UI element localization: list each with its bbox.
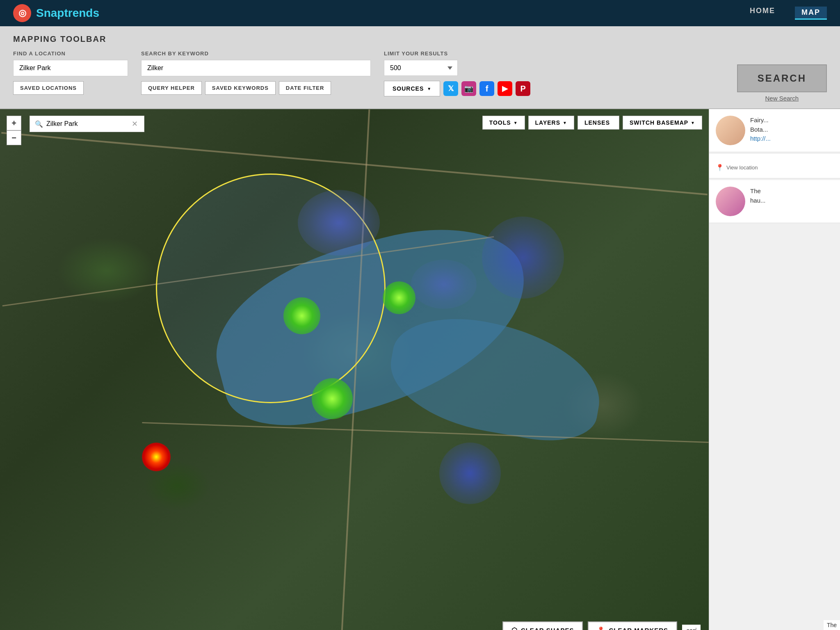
limit-label: LIMIT YOUR RESULTS xyxy=(384,50,530,57)
sidebar-card-3-content: Thehau... xyxy=(716,187,833,216)
search-keyword-group: SEARCH BY KEYWORD QUERY HELPER SAVED KEY… xyxy=(141,50,371,95)
mapping-toolbar: MAPPING TOOLBAR FIND A LOCATION SAVED LO… xyxy=(0,26,840,109)
sidebar-card-2: 📍 View location xyxy=(709,154,840,178)
esri-logo: esri xyxy=(682,625,701,630)
map-toolbar: 🔍 ✕ TOOLS LAYERS LENSES SWITCH BASEMAP xyxy=(0,116,709,132)
new-search-link[interactable]: New Search xyxy=(765,95,799,102)
query-helper-button[interactable]: QUERY HELPER xyxy=(141,81,202,95)
sidebar-card-text-3: Thehau... xyxy=(750,187,833,205)
map-road-4 xyxy=(142,422,709,443)
nav-link-map[interactable]: MAP xyxy=(795,7,827,20)
nav-links: HOME MAP xyxy=(750,7,827,20)
pinterest-icon[interactable]: P xyxy=(516,81,530,96)
toolbar-title: MAPPING TOOLBAR xyxy=(13,34,827,44)
card-3-text: Thehau... xyxy=(750,187,766,204)
clear-shapes-icon: ⬡ xyxy=(511,626,518,630)
map-road-1 xyxy=(1,132,708,196)
switch-basemap-button[interactable]: SWITCH BASEMAP xyxy=(623,116,702,130)
density-dot-2 xyxy=(383,281,415,314)
logo-text: Snaptrends xyxy=(36,7,99,20)
density-dot-3 xyxy=(312,378,353,419)
lenses-button[interactable]: LENSES xyxy=(578,116,619,130)
date-filter-button[interactable]: DATE FILTER xyxy=(279,81,331,95)
tools-label: TOOLS xyxy=(489,119,511,126)
logo: ◎ Snaptrends xyxy=(13,4,99,22)
layers-label: LAYERS xyxy=(535,119,561,126)
heatmap-cluster-3 xyxy=(482,217,564,299)
main-content: + − 🔍 ✕ TOOLS LAYERS xyxy=(0,109,840,630)
sidebar-card-text-1: Fairy...Bota...http://... xyxy=(750,116,833,144)
map-search-input[interactable] xyxy=(46,120,128,128)
keyword-buttons: QUERY HELPER SAVED KEYWORDS DATE FILTER xyxy=(141,81,371,95)
heatmap-cluster-4 xyxy=(439,443,501,504)
nav-link-home[interactable]: HOME xyxy=(750,7,775,20)
layers-button[interactable]: LAYERS xyxy=(528,116,574,130)
hotspot-red xyxy=(142,443,171,471)
map-search-container: 🔍 ✕ xyxy=(30,116,144,132)
sidebar-card-3: Thehau... xyxy=(709,180,840,223)
saved-locations-button[interactable]: SAVED LOCATIONS xyxy=(13,81,84,95)
sidebar-card-1-content: Fairy...Bota...http://... xyxy=(716,116,833,145)
map-controls-right: TOOLS LAYERS LENSES SWITCH BASEMAP xyxy=(482,116,702,130)
facebook-icon[interactable]: f xyxy=(479,81,494,96)
limit-select[interactable]: 100 250 500 1000 2500 xyxy=(384,60,458,76)
top-navigation: ◎ Snaptrends HOME MAP xyxy=(0,0,840,26)
find-location-input[interactable] xyxy=(13,60,128,76)
logo-icon: ◎ xyxy=(13,4,31,22)
map-search-icon: 🔍 xyxy=(35,120,43,128)
find-location-label: FIND A LOCATION xyxy=(13,50,128,57)
tools-button[interactable]: TOOLS xyxy=(482,116,525,130)
map-bottom-buttons: ⬡ CLEAR SHAPES 📍 CLEAR MARKERS esri xyxy=(502,621,701,630)
clear-shapes-button[interactable]: ⬡ CLEAR SHAPES xyxy=(502,621,583,630)
instagram-icon[interactable]: 📷 xyxy=(461,81,476,96)
heatmap-cluster-1 xyxy=(298,190,380,256)
youtube-icon[interactable]: ▶ xyxy=(498,81,512,96)
clear-shapes-label: CLEAR SHAPES xyxy=(521,627,574,630)
toolbar-row: FIND A LOCATION SAVED LOCATIONS SEARCH B… xyxy=(13,50,827,102)
zoom-out-button[interactable]: − xyxy=(7,130,21,145)
switch-basemap-label: SWITCH BASEMAP xyxy=(630,119,688,126)
limit-results-group: LIMIT YOUR RESULTS 100 250 500 1000 2500… xyxy=(384,50,530,96)
find-location-group: FIND A LOCATION SAVED LOCATIONS xyxy=(13,50,128,95)
clear-markers-button[interactable]: 📍 CLEAR MARKERS xyxy=(588,621,677,630)
bottom-hint: The xyxy=(824,620,840,630)
social-icons: 𝕏 📷 f ▶ P xyxy=(443,81,530,96)
sources-row: SOURCES 𝕏 📷 f ▶ P xyxy=(384,81,530,96)
heatmap-cluster-2 xyxy=(411,260,477,309)
right-sidebar: Fairy...Bota...http://... 📍 View locatio… xyxy=(709,109,840,630)
view-location-text: View location xyxy=(726,164,758,171)
avatar-1 xyxy=(716,116,745,145)
saved-keywords-button[interactable]: SAVED KEYWORDS xyxy=(205,81,276,95)
map-river-2 xyxy=(382,307,610,450)
limit-select-row: 100 250 500 1000 2500 xyxy=(384,60,530,76)
search-group: SEARCH New Search xyxy=(737,50,827,102)
keyword-input[interactable] xyxy=(141,60,371,76)
search-keyword-label: SEARCH BY KEYWORD xyxy=(141,50,371,57)
map-background xyxy=(0,109,709,630)
search-button[interactable]: SEARCH xyxy=(737,64,827,92)
twitter-icon[interactable]: 𝕏 xyxy=(443,81,458,96)
clear-markers-icon: 📍 xyxy=(597,626,605,630)
find-location-buttons: SAVED LOCATIONS xyxy=(13,81,128,95)
sidebar-card-1: Fairy...Bota...http://... xyxy=(709,109,840,152)
sources-button[interactable]: SOURCES xyxy=(384,81,440,96)
avatar-3 xyxy=(716,187,745,216)
map-search-clear-icon[interactable]: ✕ xyxy=(132,119,138,128)
lenses-label: LENSES xyxy=(584,119,610,126)
location-pin-icon: 📍 xyxy=(716,164,724,171)
card-1-link[interactable]: http://... xyxy=(750,135,771,142)
density-dot-1 xyxy=(283,297,320,334)
clear-markers-label: CLEAR MARKERS xyxy=(609,627,668,630)
card-1-text: Fairy...Bota...http://... xyxy=(750,116,771,142)
sidebar-location-row: 📍 View location xyxy=(716,160,833,171)
map-search-box: 🔍 ✕ xyxy=(30,116,144,132)
map-container[interactable]: + − 🔍 ✕ TOOLS LAYERS xyxy=(0,109,709,630)
